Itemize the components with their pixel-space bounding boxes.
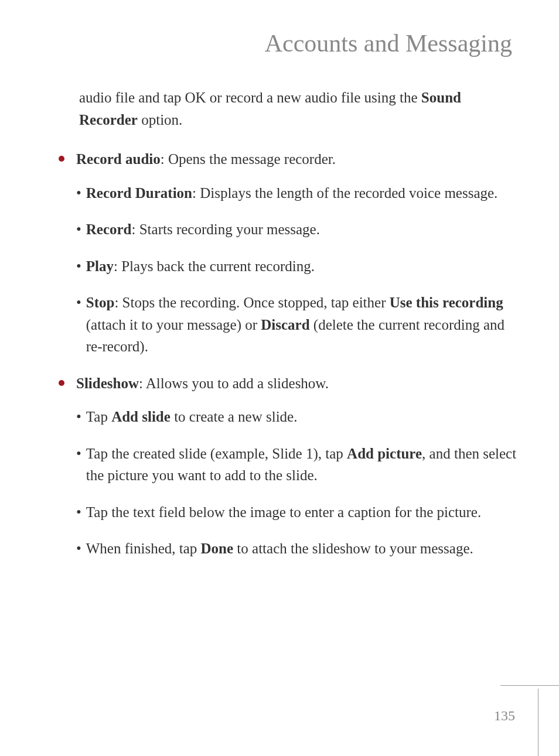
sub-bullet-icon: • [76, 501, 81, 524]
sub-item-caption: • Tap the text field below the image to … [76, 501, 518, 524]
page-title: Accounts and Messaging [59, 29, 518, 57]
sub-bullet-icon: • [76, 406, 81, 428]
done-bold: Done [201, 541, 234, 556]
main-item-text: Record audio: Opens the message recorder… [76, 148, 336, 170]
sub-item-record-duration: • Record Duration: Displays the length o… [76, 182, 518, 204]
record-duration-label: Record Duration [86, 185, 192, 201]
slideshow-desc: : Allows you to add a slideshow. [139, 375, 329, 391]
caption-text: Tap the text field below the image to en… [86, 504, 481, 520]
sub-item-stop: • Stop: Stops the recording. Once stoppe… [76, 292, 518, 358]
sub-bullet-icon: • [76, 255, 81, 278]
sub-bullet-icon: • [76, 218, 81, 241]
play-label: Play [86, 258, 114, 274]
record-audio-desc: : Opens the message recorder. [161, 151, 336, 167]
add-slide-text-1: Tap [86, 409, 111, 425]
record-audio-label: Record audio [76, 151, 161, 167]
record-label: Record [86, 221, 132, 237]
stop-bold-2: Discard [261, 317, 309, 333]
stop-bold-1: Use this recording [390, 295, 503, 310]
add-slide-text-2: to create a new slide. [171, 409, 298, 425]
sub-item-add-slide: • Tap Add slide to create a new slide. [76, 406, 518, 428]
sub-item-play: • Play: Plays back the current recording… [76, 255, 518, 278]
done-text-2: to attach the slideshow to your message. [233, 541, 473, 556]
slideshow-label: Slideshow [76, 375, 139, 391]
sub-item-record: • Record: Starts recording your message. [76, 218, 518, 241]
sub-item-text: Tap the created slide (example, Slide 1)… [86, 443, 518, 487]
bullet-icon [59, 380, 64, 386]
intro-text-2: option. [138, 112, 182, 128]
add-slide-bold: Add slide [111, 409, 171, 425]
sub-item-text: Tap the text field below the image to en… [86, 501, 481, 524]
add-picture-bold: Add picture [347, 446, 422, 461]
sub-item-text: When finished, tap Done to attach the sl… [86, 538, 473, 560]
record-desc: : Starts recording your message. [132, 221, 320, 237]
corner-line-horizontal [500, 685, 559, 686]
main-item-record-audio: Record audio: Opens the message recorder… [59, 148, 518, 170]
stop-label: Stop [86, 295, 115, 310]
sub-bullet-icon: • [76, 538, 81, 560]
sub-item-text: Stop: Stops the recording. Once stopped,… [86, 292, 518, 358]
sub-item-add-picture: • Tap the created slide (example, Slide … [76, 443, 518, 487]
intro-paragraph: audio file and tap OK or record a new au… [79, 87, 518, 131]
sub-item-text: Tap Add slide to create a new slide. [86, 406, 298, 428]
sub-item-text: Record Duration: Displays the length of … [86, 182, 498, 204]
sub-item-done: • When finished, tap Done to attach the … [76, 538, 518, 560]
sub-bullet-icon: • [76, 443, 81, 465]
sub-bullet-icon: • [76, 292, 81, 314]
stop-desc-1: : Stops the recording. Once stopped, tap… [114, 295, 389, 310]
main-item-text: Slideshow: Allows you to add a slideshow… [76, 372, 329, 395]
intro-text-1: audio file and tap OK or record a new au… [79, 90, 421, 105]
sub-bullet-icon: • [76, 182, 81, 204]
page-number: 135 [494, 708, 515, 724]
corner-line-vertical [538, 689, 538, 756]
stop-desc-2: (attach it to your message) or [86, 317, 261, 333]
sub-item-text: Play: Plays back the current recording. [86, 255, 315, 278]
play-desc: : Plays back the current recording. [114, 258, 315, 274]
done-text-1: When finished, tap [86, 541, 201, 556]
record-duration-desc: : Displays the length of the recorded vo… [192, 185, 497, 201]
bullet-icon [59, 156, 64, 162]
main-item-slideshow: Slideshow: Allows you to add a slideshow… [59, 372, 518, 395]
sub-item-text: Record: Starts recording your message. [86, 218, 320, 241]
add-picture-text-1: Tap the created slide (example, Slide 1)… [86, 446, 347, 461]
